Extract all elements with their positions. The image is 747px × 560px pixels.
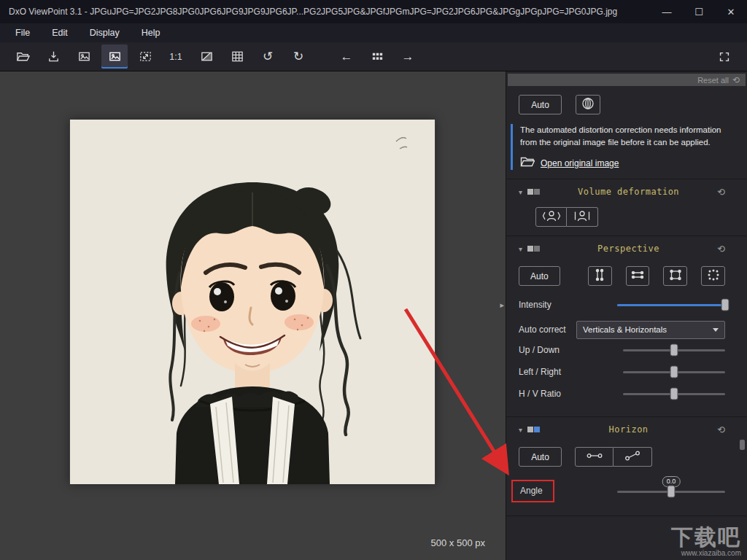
menu-edit[interactable]: Edit (41, 23, 79, 42)
intensity-slider[interactable] (617, 299, 725, 311)
open-original-row[interactable]: Open original image (520, 156, 728, 170)
horizon-enable-checkbox[interactable] (527, 427, 540, 432)
arrow-left-icon: ← (341, 50, 353, 63)
hv-ratio-slider-handle[interactable] (670, 388, 678, 400)
content-area: 500 x 500 px ▸ Reset all ⟲ Auto The auto… (0, 71, 747, 560)
auto-correct-dropdown[interactable]: Verticals & Horizontals (576, 321, 725, 339)
hv-ratio-slider[interactable] (623, 388, 725, 400)
open-original-link[interactable]: Open original image (541, 158, 619, 168)
menubar: File Edit Display Help (0, 23, 747, 42)
force-rectangle-button[interactable] (663, 266, 687, 286)
titlebar: DxO ViewPoint 3.1 - JPGuJPG=JPG2JPG8JPG0… (0, 0, 747, 23)
reset-all-bar[interactable]: Reset all ⟲ (508, 74, 746, 86)
collapse-horizon-icon[interactable]: ▾ (519, 426, 522, 434)
maximize-button[interactable]: ☐ (683, 0, 715, 23)
split-compare-button[interactable] (193, 44, 220, 69)
up-down-slider-handle[interactable] (670, 344, 678, 357)
angle-label: Angle (520, 486, 543, 496)
up-down-label: Up / Down (519, 345, 560, 355)
horizon-section-title: Horizon (545, 424, 712, 435)
level-horizontal-icon (586, 450, 603, 464)
info-block: The automated distortion correction need… (511, 124, 747, 170)
scrollbar-thumb[interactable] (740, 440, 745, 450)
image-canvas[interactable]: 500 x 500 px ▸ (0, 71, 506, 560)
menu-help[interactable]: Help (131, 23, 171, 42)
grid-icon (231, 50, 244, 63)
folder-open-icon (16, 50, 30, 63)
force-horizontals-button[interactable] (626, 266, 650, 286)
person-lines-icon (573, 209, 592, 225)
angle-label-highlight: Angle (511, 480, 554, 502)
split-view-icon (200, 50, 214, 63)
volume-section-title: Volume deformation (545, 187, 712, 197)
open-file-button[interactable] (9, 44, 36, 69)
thumbnails-icon (371, 50, 384, 63)
rotate-ccw-icon: ↺ (263, 50, 273, 63)
image-browser-button[interactable] (364, 44, 390, 69)
section-divider (506, 236, 747, 236)
fit-screen-icon (139, 50, 152, 63)
image-icon (77, 50, 91, 63)
reset-all-label: Reset all (697, 76, 729, 85)
level-diagonal-button[interactable] (614, 447, 652, 467)
chevron-down-icon (713, 328, 719, 332)
view-original-button[interactable] (71, 44, 97, 69)
fullscreen-icon (718, 50, 731, 63)
level-horizontal-button[interactable] (575, 447, 614, 467)
global-auto-button[interactable]: Auto (519, 95, 562, 114)
rectangle-icon (668, 268, 683, 284)
app-window: DxO ViewPoint 3.1 - JPGuJPG=JPG2JPG8JPG0… (0, 0, 747, 560)
horizon-reset-icon[interactable]: ⟲ (717, 424, 725, 435)
collapse-volume-icon[interactable]: ▾ (519, 188, 522, 196)
collapse-perspective-icon[interactable]: ▾ (519, 245, 522, 253)
next-image-button[interactable]: → (395, 44, 421, 69)
arrow-right-icon: → (402, 50, 414, 63)
horizontals-icon (630, 268, 645, 284)
rotate-left-button[interactable]: ↺ (255, 44, 281, 69)
force-verticals-button[interactable] (588, 266, 612, 286)
horizon-auto-button[interactable]: Auto (519, 447, 562, 467)
rotate-cw-icon: ↻ (293, 50, 303, 63)
left-right-slider[interactable] (623, 366, 725, 378)
image-size-label: 500 x 500 px (431, 537, 485, 548)
portrait-illustration (69, 120, 436, 484)
section-divider (506, 179, 747, 179)
fit-screen-button[interactable] (132, 44, 158, 69)
reset-all-icon: ⟲ (732, 75, 740, 85)
toolbar: 1:1 ↺ ↻ ← → (0, 42, 747, 71)
zoom-100-button[interactable]: 1:1 (163, 44, 189, 69)
up-down-slider[interactable] (623, 344, 725, 356)
panel-collapse-handle[interactable]: ▸ (500, 301, 504, 309)
folder-icon (520, 156, 535, 170)
perspective-enable-checkbox[interactable] (527, 246, 540, 252)
previous-image-button[interactable]: ← (333, 44, 360, 69)
sphere-meridians-icon (581, 96, 595, 113)
eight-point-button[interactable] (701, 266, 725, 286)
menu-file[interactable]: File (4, 23, 41, 42)
fullscreen-button[interactable] (711, 44, 738, 69)
level-diagonal-icon (624, 450, 641, 464)
angle-slider-handle[interactable] (667, 485, 676, 497)
close-button[interactable]: ✕ (715, 0, 747, 23)
left-right-slider-handle[interactable] (670, 366, 678, 378)
window-title: DxO ViewPoint 3.1 - JPGuJPG=JPG2JPG8JPG0… (0, 7, 651, 17)
export-button[interactable] (40, 44, 66, 69)
minimize-button[interactable]: — (651, 0, 683, 23)
angle-slider[interactable]: 0.0 (617, 486, 725, 497)
volume-horizontal-button[interactable] (535, 207, 567, 227)
eight-points-icon (706, 268, 721, 284)
info-text: The automated distortion correction need… (520, 124, 728, 148)
grid-overlay-button[interactable] (224, 44, 250, 69)
distortion-sphere-button[interactable] (576, 95, 600, 114)
menu-display[interactable]: Display (79, 23, 131, 42)
image-preview[interactable] (69, 120, 436, 484)
volume-diagonal-button[interactable] (567, 207, 598, 227)
perspective-reset-icon[interactable]: ⟲ (717, 244, 725, 254)
view-corrected-button[interactable] (101, 44, 128, 69)
rotate-right-button[interactable]: ↻ (285, 44, 311, 69)
perspective-auto-button[interactable]: Auto (519, 266, 560, 286)
volume-enable-checkbox[interactable] (527, 189, 540, 195)
volume-reset-icon[interactable]: ⟲ (717, 187, 725, 198)
zoom-100-label: 1:1 (169, 52, 182, 62)
intensity-slider-handle[interactable] (721, 299, 729, 311)
